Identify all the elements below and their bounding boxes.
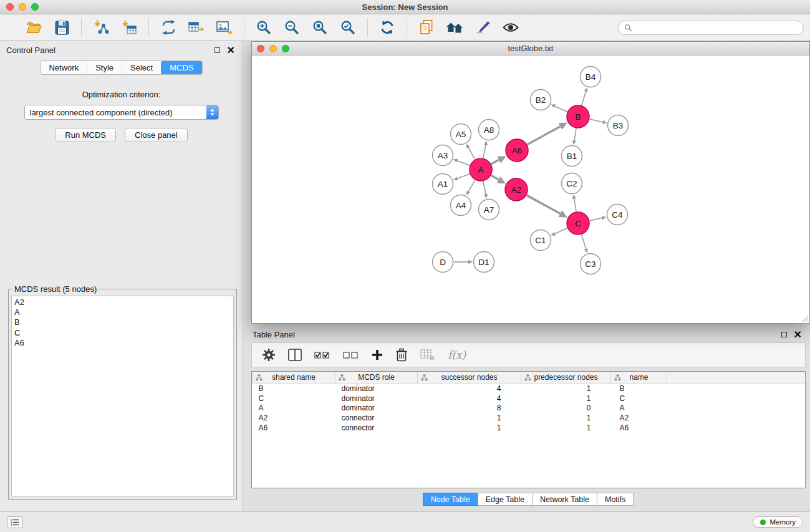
network-edge[interactable] xyxy=(590,216,607,221)
net-close-button[interactable] xyxy=(257,45,264,52)
network-edge[interactable] xyxy=(483,141,488,158)
select-all-button[interactable] xyxy=(314,349,330,360)
network-node[interactable]: D xyxy=(433,252,453,273)
network-node[interactable]: A4 xyxy=(451,195,471,216)
column-header-predecessor-nodes[interactable]: predecessor nodes xyxy=(521,372,611,384)
zoom-out-button[interactable] xyxy=(283,18,301,37)
save-session-button[interactable] xyxy=(53,18,70,37)
tab-network[interactable]: Network xyxy=(41,61,87,74)
network-edge[interactable] xyxy=(483,181,488,199)
tab-style[interactable]: Style xyxy=(87,61,122,74)
clone-network-button[interactable] xyxy=(160,18,177,37)
close-panel-icon[interactable]: ✕ xyxy=(227,47,235,54)
network-edge[interactable] xyxy=(454,260,473,264)
deselect-all-button[interactable] xyxy=(343,349,359,360)
network-canvas[interactable]: B4B2BB3A8A5A6A3B1AC2A1A2A4A7C4CC1DD1C3 xyxy=(252,56,809,323)
network-node[interactable]: C xyxy=(567,212,589,235)
network-edge[interactable] xyxy=(491,156,506,164)
open-recent-button[interactable] xyxy=(418,18,435,37)
network-edge[interactable] xyxy=(572,128,576,145)
table-row[interactable]: A2connector11A2 xyxy=(253,413,806,423)
mcds-result-item[interactable]: A6 xyxy=(14,338,231,348)
zoom-fit-button[interactable] xyxy=(311,18,329,37)
tab-network-table[interactable]: Network Table xyxy=(532,493,597,506)
table-row[interactable]: Bdominator41B xyxy=(253,384,806,394)
network-edge[interactable] xyxy=(466,180,475,196)
zoom-button[interactable] xyxy=(31,3,39,11)
first-neighbors-button[interactable] xyxy=(446,18,463,37)
zoom-in-button[interactable] xyxy=(255,18,272,37)
mcds-result-item[interactable]: C xyxy=(14,328,231,338)
network-node[interactable]: A2 xyxy=(505,178,528,201)
zoom-selected-button[interactable] xyxy=(339,18,357,37)
criterion-select[interactable]: largest connected component (directed) xyxy=(24,105,219,120)
network-edge[interactable] xyxy=(582,87,588,105)
tab-select[interactable]: Select xyxy=(122,61,161,74)
network-node[interactable]: B4 xyxy=(581,67,601,87)
net-zoom-button[interactable] xyxy=(282,45,289,52)
open-file-button[interactable] xyxy=(25,18,42,37)
delete-table-button[interactable] xyxy=(420,349,435,361)
network-node[interactable]: D1 xyxy=(474,252,494,273)
network-node[interactable]: C1 xyxy=(531,230,551,251)
network-node[interactable]: A8 xyxy=(479,120,499,140)
float-table-panel-icon[interactable] xyxy=(781,332,787,337)
refresh-button[interactable] xyxy=(378,18,396,37)
network-edge[interactable] xyxy=(551,104,567,112)
mcds-result-item[interactable]: A xyxy=(14,307,231,317)
column-visibility-button[interactable] xyxy=(288,349,302,361)
export-table-button[interactable] xyxy=(188,18,205,37)
column-header-shared-name[interactable]: shared name xyxy=(253,372,335,384)
column-header-name[interactable]: name xyxy=(611,372,667,384)
mcds-result-item[interactable]: B xyxy=(14,317,231,327)
show-panels-button[interactable] xyxy=(7,516,23,528)
network-node[interactable]: B2 xyxy=(531,90,551,110)
delete-rows-button[interactable] xyxy=(395,348,408,362)
search-input[interactable] xyxy=(635,23,798,32)
network-node[interactable]: A6 xyxy=(506,139,528,162)
mcds-result-item[interactable]: A2 xyxy=(14,297,231,307)
network-node[interactable]: C2 xyxy=(562,173,582,194)
tab-motifs[interactable]: Motifs xyxy=(597,493,634,506)
network-node[interactable]: B1 xyxy=(562,146,582,167)
network-node[interactable]: A5 xyxy=(451,124,471,145)
column-header-mcds-role[interactable]: MCDS role xyxy=(335,372,418,384)
network-window-titlebar[interactable]: testGlobe.txt xyxy=(252,42,809,56)
network-edge[interactable] xyxy=(491,175,506,183)
export-image-button[interactable] xyxy=(216,18,233,37)
tab-mcds[interactable]: MCDS xyxy=(161,61,201,74)
network-node[interactable]: A1 xyxy=(433,174,453,195)
apply-style-button[interactable] xyxy=(474,18,491,37)
network-edge[interactable] xyxy=(572,195,576,211)
tab-node-table[interactable]: Node Table xyxy=(423,493,478,506)
tab-edge-table[interactable]: Edge Table xyxy=(478,493,533,506)
net-minimize-button[interactable] xyxy=(269,45,277,52)
network-edge[interactable] xyxy=(453,159,470,165)
apply-function-button[interactable]: f(x) xyxy=(448,349,466,361)
table-settings-button[interactable] xyxy=(262,348,276,362)
network-node[interactable]: A xyxy=(470,158,492,181)
float-panel-icon[interactable] xyxy=(215,47,220,53)
network-edge[interactable] xyxy=(466,144,475,160)
network-edge[interactable] xyxy=(453,174,470,180)
network-node[interactable]: B xyxy=(567,105,589,128)
network-edge[interactable] xyxy=(590,119,607,124)
close-panel-button[interactable]: Close panel xyxy=(125,128,188,142)
network-node[interactable]: B3 xyxy=(608,115,629,136)
close-table-panel-icon[interactable]: ✕ xyxy=(794,331,802,338)
resize-grip[interactable] xyxy=(801,314,809,322)
network-edge[interactable] xyxy=(528,122,567,144)
memory-button[interactable]: Memory xyxy=(753,516,803,528)
network-edge[interactable] xyxy=(582,235,588,253)
network-node[interactable]: A7 xyxy=(479,200,499,220)
network-edge[interactable] xyxy=(527,195,567,218)
add-row-button[interactable] xyxy=(372,349,383,360)
network-edge[interactable] xyxy=(551,228,567,236)
network-node[interactable]: C4 xyxy=(607,205,628,225)
table-row[interactable]: A6connector11A6 xyxy=(253,423,806,433)
run-mcds-button[interactable]: Run MCDS xyxy=(55,128,116,142)
import-network-button[interactable] xyxy=(92,18,110,37)
column-header-successor-nodes[interactable]: successor nodes xyxy=(418,372,521,384)
table-row[interactable]: Adominator80A xyxy=(253,404,806,414)
close-button[interactable] xyxy=(6,3,14,11)
